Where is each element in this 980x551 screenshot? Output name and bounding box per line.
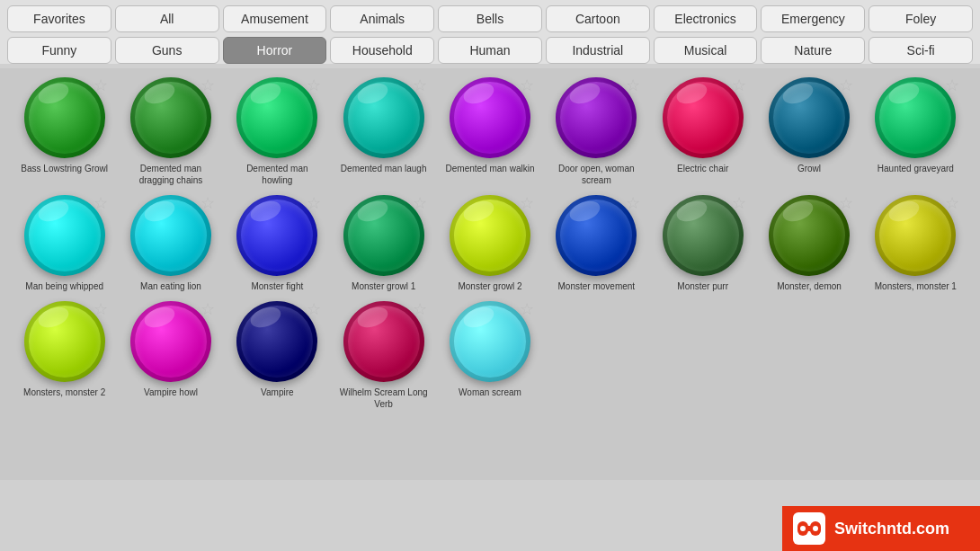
sound-item: ☆Demented man dragging chains [120, 77, 221, 186]
sound-circle[interactable] [236, 77, 317, 158]
sound-circle[interactable] [236, 195, 317, 276]
favorite-star-icon[interactable]: ☆ [626, 77, 640, 93]
sound-circle[interactable] [24, 77, 105, 158]
sound-label: Monster growl 1 [352, 280, 415, 292]
favorite-star-icon[interactable]: ☆ [732, 195, 746, 211]
sound-item: ☆Haunted graveyard [865, 77, 967, 186]
sound-circle[interactable] [343, 77, 424, 158]
sound-item: ☆Monster growl 1 [333, 195, 434, 292]
sound-label: Electric chair [677, 163, 728, 174]
favorite-star-icon[interactable]: ☆ [945, 77, 959, 93]
tab-human[interactable]: Human [438, 37, 542, 64]
sound-label: Demented man walkin [446, 163, 535, 174]
sound-circle[interactable] [236, 301, 317, 382]
sound-circle[interactable] [450, 301, 530, 382]
sound-item: ☆Monsters, monster 2 [13, 301, 115, 410]
favorite-star-icon[interactable]: ☆ [307, 195, 321, 211]
sound-item: ☆Vampire [227, 301, 328, 410]
favorite-star-icon[interactable]: ☆ [413, 195, 427, 211]
svg-point-4 [813, 526, 818, 531]
favorite-star-icon[interactable]: ☆ [307, 77, 321, 93]
tab-household[interactable]: Household [330, 37, 434, 64]
favorite-star-icon[interactable]: ☆ [94, 301, 108, 317]
tabs-row-1: FavoritesAllAmusementAnimalsBellsCartoon… [7, 5, 973, 32]
favorite-star-icon[interactable]: ☆ [520, 195, 534, 211]
sound-circle[interactable] [343, 301, 424, 382]
tab-musical[interactable]: Musical [654, 37, 758, 64]
tab-foley[interactable]: Foley [869, 5, 973, 32]
sound-label: Demented man dragging chains [126, 163, 216, 186]
sound-circle[interactable] [769, 195, 850, 276]
tab-cartoon[interactable]: Cartoon [546, 5, 650, 32]
sound-label: Monster, demon [777, 280, 842, 292]
favorite-star-icon[interactable]: ☆ [94, 195, 108, 211]
sound-circle[interactable] [556, 77, 637, 158]
sound-item: ☆Demented man walkin [439, 77, 540, 186]
sound-circle[interactable] [663, 195, 744, 276]
sound-label: Woman scream [459, 387, 521, 398]
sound-label: Haunted graveyard [878, 163, 954, 174]
sound-circle[interactable] [24, 301, 105, 382]
sound-circle[interactable] [875, 77, 956, 158]
favorite-star-icon[interactable]: ☆ [626, 195, 640, 211]
sound-circle[interactable] [130, 77, 211, 158]
sound-circle[interactable] [875, 195, 956, 276]
favorite-star-icon[interactable]: ☆ [520, 301, 534, 317]
sound-item: ☆Monster purr [652, 195, 753, 292]
sound-item: ☆Wilhelm Scream Long Verb [333, 301, 434, 410]
tab-nature[interactable]: Nature [761, 37, 865, 64]
sound-label: Door open, woman scream [551, 163, 641, 186]
favorite-star-icon[interactable]: ☆ [732, 77, 746, 93]
sound-item: ☆Electric chair [652, 77, 753, 186]
tab-amusement[interactable]: Amusement [223, 5, 327, 32]
sound-circle[interactable] [663, 77, 744, 158]
favorite-star-icon[interactable]: ☆ [200, 77, 215, 93]
sound-item: ☆Monster growl 2 [439, 195, 540, 292]
sound-circle[interactable] [130, 195, 211, 276]
favorite-star-icon[interactable]: ☆ [839, 77, 853, 93]
tab-emergency[interactable]: Emergency [761, 5, 865, 32]
tabs-container: FavoritesAllAmusementAnimalsBellsCartoon… [0, 0, 980, 64]
tab-funny[interactable]: Funny [7, 37, 111, 64]
favorite-star-icon[interactable]: ☆ [520, 77, 534, 93]
tab-guns[interactable]: Guns [115, 37, 219, 64]
sound-label: Wilhelm Scream Long Verb [339, 387, 429, 410]
sound-circle[interactable] [450, 195, 530, 276]
sound-circle[interactable] [24, 195, 105, 276]
sound-item: ☆Growl [758, 77, 860, 186]
sound-item: ☆Woman scream [439, 301, 540, 410]
tab-sci-fi[interactable]: Sci-fi [869, 37, 973, 64]
favorite-star-icon[interactable]: ☆ [200, 301, 215, 317]
sound-label: Vampire howl [144, 387, 198, 398]
tab-all[interactable]: All [115, 5, 219, 32]
tab-electronics[interactable]: Electronics [654, 5, 758, 32]
footer-brand: Switchntd.com [782, 506, 980, 551]
sound-circle[interactable] [556, 195, 637, 276]
sound-item: ☆Door open, woman scream [546, 77, 647, 186]
sound-label: Man eating lion [140, 280, 201, 292]
sound-circle[interactable] [130, 301, 211, 382]
sound-label: Growl [797, 163, 821, 174]
favorite-star-icon[interactable]: ☆ [94, 77, 108, 93]
favorite-star-icon[interactable]: ☆ [307, 301, 321, 317]
tab-industrial[interactable]: Industrial [546, 37, 650, 64]
sound-label: Man being whipped [25, 280, 103, 292]
sound-item: ☆Demented man laugh [333, 77, 434, 186]
favorite-star-icon[interactable]: ☆ [413, 301, 427, 317]
sound-circle[interactable] [450, 77, 530, 158]
favorite-star-icon[interactable]: ☆ [200, 195, 215, 211]
sound-item: ☆Monster movement [546, 195, 647, 292]
favorite-star-icon[interactable]: ☆ [413, 77, 427, 93]
sound-label: Monsters, monster 1 [875, 280, 957, 292]
brand-name: Switchntd.com [834, 520, 949, 538]
tab-horror[interactable]: Horror [223, 37, 327, 64]
sound-item: ☆Man eating lion [120, 195, 221, 292]
tab-bells[interactable]: Bells [438, 5, 542, 32]
tab-animals[interactable]: Animals [330, 5, 434, 32]
sound-circle[interactable] [343, 195, 424, 276]
favorite-star-icon[interactable]: ☆ [945, 195, 959, 211]
favorite-star-icon[interactable]: ☆ [839, 195, 853, 211]
sound-item: ☆Bass Lowstring Growl [13, 77, 115, 186]
sound-circle[interactable] [769, 77, 850, 158]
tab-favorites[interactable]: Favorites [7, 5, 111, 32]
